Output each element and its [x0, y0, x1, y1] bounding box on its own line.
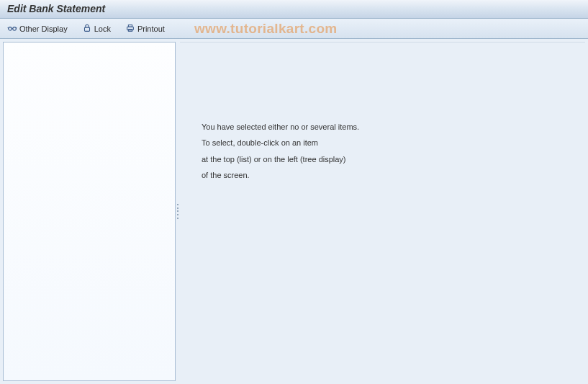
lock-icon [82, 23, 92, 35]
svg-point-0 [9, 27, 12, 30]
main-panel: You have selected either no or several i… [180, 42, 585, 381]
svg-rect-2 [84, 27, 89, 31]
page-title: Edit Bank Statement [7, 3, 105, 14]
printout-button[interactable]: Printout [122, 22, 168, 36]
other-display-button[interactable]: Other Display [4, 22, 71, 36]
lock-label: Lock [94, 24, 111, 33]
lock-button[interactable]: Lock [79, 22, 114, 36]
tree-panel[interactable] [3, 42, 176, 381]
message-line-4: of the screen. [202, 170, 585, 180]
printer-icon [125, 23, 135, 35]
message-line-1: You have selected either no or several i… [202, 122, 585, 132]
watermark-text: www.tutorialkart.com [194, 21, 338, 37]
other-display-label: Other Display [19, 24, 68, 33]
message-line-3: at the top (list) or on the left (tree d… [202, 154, 585, 164]
svg-point-1 [13, 27, 17, 30]
printout-label: Printout [137, 24, 165, 33]
svg-rect-4 [128, 24, 132, 27]
title-bar: Edit Bank Statement [0, 0, 588, 19]
message-line-2: To select, double-click on an item [202, 138, 585, 148]
glasses-icon [7, 23, 17, 35]
toolbar: Other Display Lock Printout www.tutorial… [0, 19, 588, 39]
content-area: You have selected either no or several i… [0, 39, 588, 384]
